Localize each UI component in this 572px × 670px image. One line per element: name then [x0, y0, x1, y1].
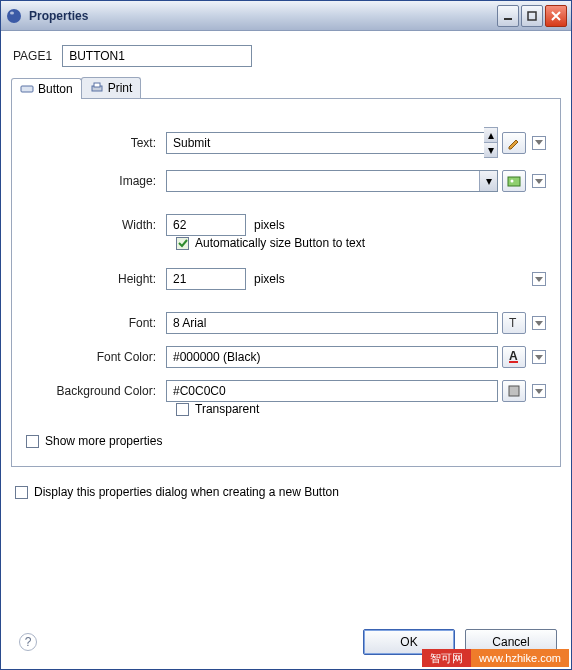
- row-transparent: Transparent: [176, 402, 546, 416]
- font-label: Font:: [26, 316, 166, 330]
- display-on-create-label: Display this properties dialog when crea…: [34, 485, 339, 499]
- text-input[interactable]: [166, 132, 485, 154]
- svg-point-1: [10, 11, 14, 14]
- tab-button-label: Button: [38, 82, 73, 96]
- watermark-a: 智可网: [422, 649, 471, 667]
- height-binding-toggle[interactable]: [532, 272, 546, 286]
- button-tab-icon: [20, 82, 34, 96]
- autosize-checkbox[interactable]: [176, 237, 189, 250]
- choose-fontcolor-button[interactable]: A: [502, 346, 526, 368]
- row-font: Font: T: [26, 312, 546, 334]
- row-fontcolor: Font Color: A: [26, 346, 546, 368]
- image-value: [167, 171, 479, 191]
- button-id-input[interactable]: [62, 45, 252, 67]
- width-unit: pixels: [254, 218, 285, 232]
- minimize-button[interactable]: [497, 5, 519, 27]
- display-on-create-checkbox[interactable]: [15, 486, 28, 499]
- row-autosize: Automatically size Button to text: [176, 236, 546, 250]
- close-button[interactable]: [545, 5, 567, 27]
- showmore-checkbox[interactable]: [26, 435, 39, 448]
- row-image: Image: ▾: [26, 170, 546, 192]
- row-showmore: Show more properties: [26, 434, 546, 448]
- bgcolor-label: Background Color:: [26, 384, 166, 398]
- font-input[interactable]: [166, 312, 498, 334]
- bgcolor-binding-toggle[interactable]: [532, 384, 546, 398]
- height-label: Height:: [26, 272, 166, 286]
- edit-text-button[interactable]: [502, 132, 526, 154]
- svg-rect-4: [21, 86, 33, 92]
- showmore-label: Show more properties: [45, 434, 162, 448]
- font-binding-toggle[interactable]: [532, 316, 546, 330]
- row-display-on-create: Display this properties dialog when crea…: [15, 485, 561, 499]
- svg-rect-7: [508, 177, 520, 186]
- bgcolor-input[interactable]: [166, 380, 498, 402]
- transparent-label: Transparent: [195, 402, 259, 416]
- window-controls: [497, 5, 567, 27]
- row-width: Width: pixels: [26, 214, 546, 236]
- maximize-button[interactable]: [521, 5, 543, 27]
- content-area: PAGE1 Button Print Text: ▴▾: [1, 31, 571, 669]
- row-height: Height: pixels: [26, 268, 546, 290]
- fontcolor-binding-toggle[interactable]: [532, 350, 546, 364]
- transparent-checkbox[interactable]: [176, 403, 189, 416]
- browse-image-button[interactable]: [502, 170, 526, 192]
- row-text: Text: ▴▾: [26, 127, 546, 158]
- image-binding-toggle[interactable]: [532, 174, 546, 188]
- tab-print-label: Print: [108, 81, 133, 95]
- text-label: Text:: [26, 136, 166, 150]
- page-label: PAGE1: [11, 49, 52, 63]
- tab-button[interactable]: Button: [11, 78, 82, 99]
- titlebar: Properties: [1, 1, 571, 31]
- button-panel: Text: ▴▾ Image: ▾ Width: pixels: [11, 99, 561, 467]
- print-tab-icon: [90, 81, 104, 95]
- chevron-down-icon: ▾: [479, 171, 497, 191]
- header-row: PAGE1: [11, 45, 561, 67]
- svg-point-8: [511, 180, 514, 183]
- svg-point-0: [7, 9, 21, 23]
- window-title: Properties: [29, 9, 497, 23]
- autosize-label: Automatically size Button to text: [195, 236, 365, 250]
- tabstrip: Button Print: [11, 77, 561, 99]
- svg-rect-11: [509, 361, 518, 363]
- fontcolor-input[interactable]: [166, 346, 498, 368]
- height-input[interactable]: [166, 268, 246, 290]
- choose-font-button[interactable]: T: [502, 312, 526, 334]
- choose-bgcolor-button[interactable]: [502, 380, 526, 402]
- svg-rect-3: [528, 12, 536, 20]
- watermark-b: www.hzhike.com: [471, 649, 569, 667]
- width-input[interactable]: [166, 214, 246, 236]
- image-combo[interactable]: ▾: [166, 170, 498, 192]
- svg-rect-6: [94, 83, 100, 87]
- svg-rect-2: [504, 18, 512, 20]
- properties-window: Properties PAGE1 Button Print Text:: [0, 0, 572, 670]
- tab-print[interactable]: Print: [81, 77, 142, 98]
- image-label: Image:: [26, 174, 166, 188]
- svg-text:T: T: [509, 317, 517, 329]
- watermark: 智可网 www.hzhike.com: [422, 649, 569, 667]
- text-spinner[interactable]: ▴▾: [484, 127, 498, 158]
- help-button[interactable]: ?: [19, 633, 37, 651]
- row-bgcolor: Background Color:: [26, 380, 546, 402]
- height-unit: pixels: [254, 272, 285, 286]
- width-label: Width:: [26, 218, 166, 232]
- svg-rect-12: [509, 386, 519, 396]
- app-icon: [5, 7, 23, 25]
- text-binding-toggle[interactable]: [532, 136, 546, 150]
- fontcolor-label: Font Color:: [26, 350, 166, 364]
